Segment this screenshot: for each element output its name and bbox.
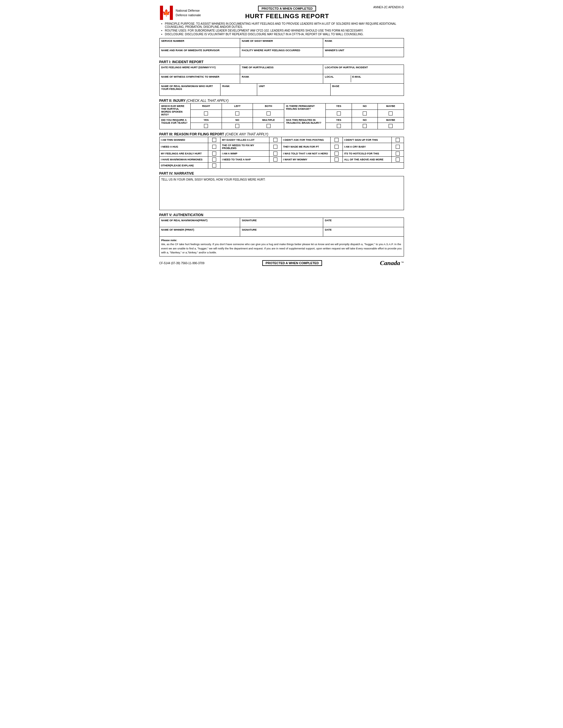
protected-bottom-box: PROTECTED A WHEN COMPLETED bbox=[262, 260, 322, 266]
both-checkbox-cell[interactable] bbox=[253, 110, 284, 117]
no-checkbox-cell[interactable] bbox=[352, 110, 378, 117]
reason-2-2: THE CF NEEDS TO FIX MY PROBLEMS bbox=[220, 143, 269, 151]
protected-top-box: PROTECTD A WHEN COMPLETED bbox=[258, 6, 316, 11]
cb-2-4-cell[interactable] bbox=[392, 143, 404, 151]
form-title: HURT FEELINGS REPORT bbox=[201, 13, 373, 20]
cb-3-2[interactable] bbox=[273, 152, 277, 156]
real-man-rank-label: RANK bbox=[222, 85, 255, 88]
cb-4-1-cell[interactable] bbox=[208, 157, 220, 163]
top-fields-table: SERVICE NUMBER NAME OF SISSY WHINER RANK… bbox=[159, 38, 404, 57]
cb-4-2-cell[interactable] bbox=[269, 157, 282, 163]
no3-checkbox[interactable] bbox=[363, 124, 367, 128]
reason-4-1: I HAVE MAN/WOMAN HORMONES bbox=[159, 157, 208, 163]
cb-1-1[interactable] bbox=[212, 138, 216, 142]
cb-3-3-cell[interactable] bbox=[330, 151, 343, 157]
no2-checkbox-cell[interactable] bbox=[221, 123, 253, 129]
cb-3-1[interactable] bbox=[212, 152, 216, 156]
left-checkbox-cell[interactable] bbox=[221, 110, 253, 117]
cb-2-2-cell[interactable] bbox=[269, 143, 282, 151]
reason-1-2: MY DADDY YELLED A LOT bbox=[220, 137, 269, 143]
no2-checkbox[interactable] bbox=[235, 124, 239, 128]
right-label: RIGHT bbox=[190, 104, 222, 110]
cb-5-1[interactable] bbox=[212, 164, 216, 167]
multiple-checkbox-cell[interactable] bbox=[253, 123, 284, 129]
yes2-checkbox[interactable] bbox=[204, 124, 208, 128]
cb-4-3-cell[interactable] bbox=[330, 157, 343, 163]
facility-label: FACILITY WHERE HURT FEELINGS OCCURRED bbox=[242, 49, 321, 52]
maybe-checkbox-cell[interactable] bbox=[378, 110, 404, 117]
no-checkbox[interactable] bbox=[363, 111, 367, 115]
part3-table: I AM THIN SKINNED MY DADDY YELLED A LOT … bbox=[159, 137, 404, 169]
center-header: PROTECTD A WHEN COMPLETED HURT FEELINGS … bbox=[201, 6, 373, 20]
part3-title: PART III: REASON FOR FILING REPORT (CHEC… bbox=[159, 132, 404, 137]
cb-3-1-cell[interactable] bbox=[208, 151, 220, 157]
bullet-1: PRINCIPLE PURPOSE: TO ASSIST WHINERS IN … bbox=[165, 22, 404, 28]
witness-rank-label: RANK bbox=[242, 75, 321, 78]
name-sissy-whiner-label: NAME OF SISSY WHINER bbox=[242, 40, 321, 42]
cb-4-2[interactable] bbox=[273, 158, 277, 162]
cb-4-4-cell[interactable] bbox=[392, 157, 404, 163]
left-checkbox[interactable] bbox=[235, 111, 239, 115]
annex-label: ANNEX-2C APENDIX-D bbox=[373, 6, 404, 9]
cb-2-1-cell[interactable] bbox=[208, 143, 220, 151]
maybe3-checkbox[interactable] bbox=[389, 124, 393, 128]
form-footer: CF-5144 (07-39) 7560-11-990-3709 PROTECT… bbox=[159, 259, 404, 267]
bullet-3: DISCLOSURE: DISCLOSURE IS VOLUNTARY BUT … bbox=[165, 33, 404, 36]
cb-3-3[interactable] bbox=[335, 152, 339, 156]
yes-checkbox-cell[interactable] bbox=[326, 110, 352, 117]
cb-1-3-cell[interactable] bbox=[330, 137, 343, 143]
part2-title: PART II: INJURY (CHECK ALL THAT APPLY) bbox=[159, 98, 404, 103]
cb-1-2-cell[interactable] bbox=[269, 137, 282, 143]
cb-4-4[interactable] bbox=[396, 158, 400, 162]
cb-5-1-cell[interactable] bbox=[208, 163, 220, 169]
yes2-checkbox-cell[interactable] bbox=[190, 123, 222, 129]
cb-1-1-cell[interactable] bbox=[208, 137, 220, 143]
reason-1-3: I DIDN'T ASK FOR THIS POSTING bbox=[282, 137, 330, 143]
cb-2-1[interactable] bbox=[212, 145, 216, 149]
both-checkbox[interactable] bbox=[266, 111, 270, 115]
cb-3-4[interactable] bbox=[396, 152, 400, 156]
reason-1-4: I DIDN'T SIGN UP FOR THIS bbox=[343, 137, 392, 143]
yes3-checkbox-cell[interactable] bbox=[326, 123, 352, 129]
cb-2-4[interactable] bbox=[396, 145, 400, 149]
maybe3-checkbox-cell[interactable] bbox=[378, 123, 404, 129]
cb-1-3[interactable] bbox=[335, 138, 339, 142]
bullet-2: ROUTINE USES: FOR SUBORDINATE LEADER DEV… bbox=[165, 29, 404, 32]
left-label: LEFT bbox=[221, 104, 253, 110]
signature-label: SIGNATURE bbox=[242, 219, 321, 222]
no3-checkbox-cell[interactable] bbox=[352, 123, 378, 129]
location-label: LOCATION OF HURTFUL INCIDENT bbox=[325, 66, 402, 69]
date-feelings-label: DATE FEELINGS WERE HURT (DD/MMYYYY) bbox=[161, 66, 238, 69]
reason-2-4: I AM A CRY BABY bbox=[343, 143, 392, 151]
part1-table: DATE FEELINGS WERE HURT (DD/MMYYYY) TIME… bbox=[159, 65, 404, 84]
reason-1-1: I AM THIN SKINNED bbox=[159, 137, 208, 143]
yes-checkbox[interactable] bbox=[337, 111, 341, 115]
whiner-print-label: NAME OF WHINER (PRINT) bbox=[161, 228, 238, 231]
cb-1-4-cell[interactable] bbox=[392, 137, 404, 143]
cb-3-2-cell[interactable] bbox=[269, 151, 282, 157]
yes-label: YES bbox=[326, 104, 352, 110]
cb-2-3-cell[interactable] bbox=[330, 143, 343, 151]
reason-2-1: I NEED A HUG bbox=[159, 143, 208, 151]
bullet-list: PRINCIPLE PURPOSE: TO ASSIST WHINERS IN … bbox=[159, 22, 404, 36]
multiple-checkbox[interactable] bbox=[266, 124, 270, 128]
right-checkbox-cell[interactable] bbox=[190, 110, 222, 117]
email-label: E-MAIL bbox=[352, 75, 402, 78]
right-checkbox[interactable] bbox=[204, 111, 208, 115]
cb-3-4-cell[interactable] bbox=[392, 151, 404, 157]
unit-label: UNIT bbox=[259, 85, 329, 88]
maybe-checkbox[interactable] bbox=[389, 111, 393, 115]
cb-2-3[interactable] bbox=[335, 145, 339, 149]
cb-4-3[interactable] bbox=[335, 158, 339, 162]
cb-4-1[interactable] bbox=[212, 158, 216, 162]
both-label: BOTH bbox=[253, 104, 284, 110]
yes3-checkbox[interactable] bbox=[337, 124, 341, 128]
cb-2-2[interactable] bbox=[273, 145, 277, 149]
dept-name: National Défense Defence nationale bbox=[176, 8, 201, 18]
witness-name-label: NAME OF WITNESS SYMPATHETIC TO WHINER bbox=[161, 75, 238, 78]
cb-1-4[interactable] bbox=[396, 138, 400, 142]
yes2-label: YES bbox=[190, 117, 222, 123]
footer-note: Please note: We, as the CF take hurt fee… bbox=[159, 237, 404, 257]
reason-4-2: I NEED TO TAKE A NAP bbox=[220, 157, 269, 163]
cb-1-2[interactable] bbox=[273, 138, 277, 142]
